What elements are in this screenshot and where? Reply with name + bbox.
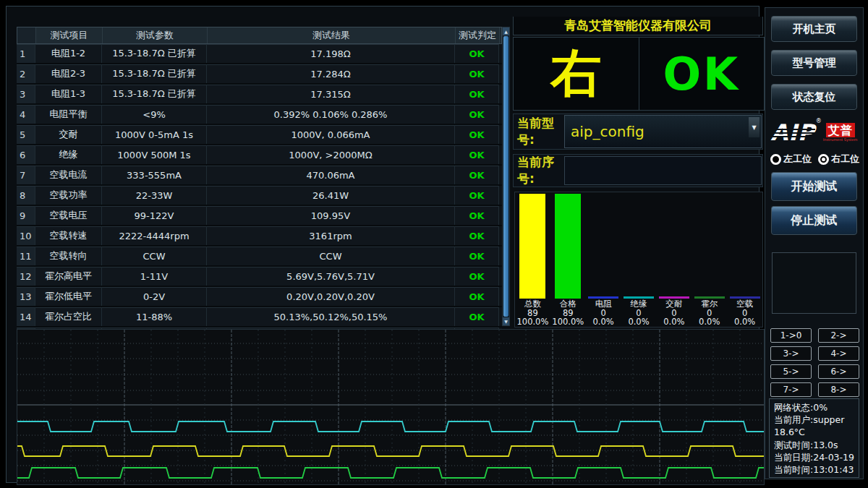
bar-plot	[550, 192, 586, 299]
bar-plot	[586, 192, 621, 299]
header-cell-item: 测试项目	[36, 27, 103, 43]
cell-item: 空载电压	[35, 206, 102, 225]
scroll-up-icon[interactable]: ▲	[503, 27, 509, 35]
bar-name: 合格	[552, 299, 584, 309]
cell-param: 1-11V	[102, 267, 207, 286]
table-row[interactable]: 9空载电压99-122V109.95VOK	[17, 206, 502, 226]
table-row[interactable]: 14霍尔占空比11-88%50.13%,50.12%,50.15%OK	[17, 307, 502, 328]
bar-name: 电阻	[593, 299, 614, 309]
model-combobox[interactable]: aip_config ▼	[564, 115, 762, 148]
serial-label: 当前序号:	[514, 154, 564, 187]
io-button[interactable]: 2->	[818, 328, 859, 343]
io-button[interactable]: 4->	[818, 346, 859, 361]
cell-result: 50.13%,50.12%,50.15%	[207, 307, 455, 326]
cell-item: 霍尔低电平	[35, 287, 102, 306]
bar-plot	[727, 192, 762, 299]
cell-judge: OK	[455, 105, 499, 124]
bar-percent: 100.0%	[517, 317, 549, 327]
bar-meta: 交耐00.0%	[663, 299, 684, 327]
cell-judge: OK	[455, 307, 499, 326]
io-button[interactable]: 1->0	[770, 328, 812, 343]
cell-result: 17.284Ω	[207, 64, 455, 83]
model-row: 当前型号: aip_config ▼	[513, 114, 763, 150]
cell-judge: OK	[455, 247, 499, 265]
io-button[interactable]: 3->	[770, 346, 812, 361]
cell-index: 5	[17, 125, 35, 144]
table-row[interactable]: 4电阻平衡<9%0.392% 0.106% 0.286%OK	[17, 105, 502, 125]
bar-plot	[621, 192, 657, 299]
dropdown-arrow-icon[interactable]: ▼	[749, 117, 760, 137]
waveform-svg	[17, 330, 764, 484]
bar	[555, 194, 581, 299]
test-result-text: OK	[639, 38, 765, 110]
table-row[interactable]: 7空载电流333-555mA470.06mAOK	[17, 166, 502, 186]
table-row[interactable]: 12霍尔高电平1-11V5.69V,5.76V,5.71VOK	[17, 267, 502, 287]
table-scrollbar[interactable]: ▲ ▼	[502, 27, 510, 326]
cell-result: 17.198Ω	[207, 44, 455, 63]
cell-param: 15.3-18.7Ω 已折算	[102, 85, 207, 103]
chart-columns: 总数89100.0%合格89100.0%电阻00.0%绝缘00.0%交耐00.0…	[515, 192, 762, 327]
scroll-thumb[interactable]	[503, 36, 509, 317]
waveform-panel	[17, 329, 765, 485]
serial-input[interactable]	[564, 156, 762, 185]
table-row[interactable]: 8空载功率22-33W26.41WOK	[17, 186, 502, 206]
radio-label: 左工位	[783, 153, 812, 166]
cell-result: 1000V, 0.066mA	[207, 125, 455, 144]
radio-right-station[interactable]: 右工位	[818, 153, 859, 166]
cell-index: 6	[17, 145, 35, 164]
mid-panel: 青岛艾普智能仪器有限公司 右 OK 当前型号: aip_config ▼ 当前序…	[513, 17, 765, 328]
bar-meta: 总数89100.0%	[517, 299, 549, 327]
home-button[interactable]: 开机主页	[770, 15, 858, 43]
stop-test-button[interactable]: 停止测试	[770, 205, 858, 236]
status-line: 当前日期:24-03-19	[774, 451, 854, 463]
radio-left-station[interactable]: 左工位	[770, 153, 812, 166]
radio-label: 右工位	[831, 153, 859, 166]
status-reset-button[interactable]: 状态复位	[770, 83, 858, 111]
main-panel: 测试项目 测试参数 测试结果 测试判定 1电阻1-215.3-18.7Ω 已折算…	[6, 6, 760, 483]
cell-judge: OK	[455, 85, 499, 103]
cell-param: 99-122V	[102, 206, 207, 225]
status-panel: 网络状态:0%当前用户:supper18.6°C测试时间:13.0s当前日期:2…	[769, 398, 859, 478]
table-row[interactable]: 1电阻1-215.3-18.7Ω 已折算17.198ΩOK	[17, 44, 502, 64]
cell-result: 1000V, >2000MΩ	[207, 145, 455, 164]
cell-param: 15.3-18.7Ω 已折算	[102, 44, 207, 63]
position-display: 右 OK	[513, 37, 765, 111]
cell-judge: OK	[455, 226, 499, 245]
table-row[interactable]: 2电阻2-315.3-18.7Ω 已折算17.284ΩOK	[17, 64, 502, 85]
scroll-down-icon[interactable]: ▼	[503, 317, 509, 325]
cell-result: 470.06mA	[207, 166, 455, 184]
cell-param: 11-88%	[102, 307, 207, 326]
io-button[interactable]: 5->	[770, 364, 812, 379]
cell-result: 0.20V,0.20V,0.20V	[207, 287, 455, 306]
table-row[interactable]: 10空载转速2222-4444rpm3161rpmOK	[17, 226, 502, 247]
cell-param: 0-2V	[102, 287, 207, 306]
bar-name: 总数	[517, 299, 549, 309]
cell-judge: OK	[455, 145, 499, 164]
chart-category: 绝缘00.0%	[621, 192, 657, 327]
radio-circle-icon[interactable]	[818, 154, 829, 165]
status-line: 当前用户:supper	[774, 414, 854, 426]
bar-percent: 0.0%	[593, 317, 614, 327]
test-table: 测试项目 测试参数 测试结果 测试判定 1电阻1-215.3-18.7Ω 已折算…	[17, 27, 502, 348]
logo-registered-icon: ®	[816, 118, 822, 124]
radio-circle-icon[interactable]	[770, 154, 781, 165]
io-button[interactable]: 8->	[818, 382, 859, 397]
start-test-button[interactable]: 开始测试	[770, 171, 858, 202]
bar-meta: 绝缘00.0%	[628, 299, 649, 327]
bar-plot	[515, 192, 550, 299]
io-button[interactable]: 7->	[770, 382, 812, 397]
table-row[interactable]: 6绝缘1000V 500M 1s1000V, >2000MΩOK	[17, 145, 502, 166]
logo-aip-text: AIP	[771, 120, 815, 145]
cell-item: 电阻1-3	[35, 85, 102, 103]
io-button[interactable]: 6->	[818, 364, 859, 379]
bar-percent: 0.0%	[628, 317, 649, 327]
table-row[interactable]: 5交耐1000V 0-5mA 1s1000V, 0.066mAOK	[17, 125, 502, 145]
table-row[interactable]: 11空载转向CCWCCWOK	[17, 247, 502, 267]
model-manage-button[interactable]: 型号管理	[770, 49, 858, 77]
bar-name: 交耐	[663, 299, 684, 309]
cell-index: 13	[17, 287, 35, 306]
bar-meta: 电阻00.0%	[593, 299, 614, 327]
table-body: 1电阻1-215.3-18.7Ω 已折算17.198ΩOK2电阻2-315.3-…	[17, 44, 502, 348]
table-row[interactable]: 3电阻1-315.3-18.7Ω 已折算17.315ΩOK	[17, 85, 502, 105]
table-row[interactable]: 13霍尔低电平0-2V0.20V,0.20V,0.20VOK	[17, 287, 502, 307]
